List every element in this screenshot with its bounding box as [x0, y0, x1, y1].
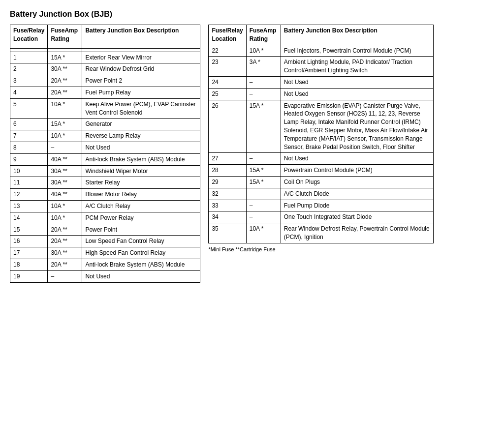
left-cell-desc: Keep Alive Power (PCM), EVAP Caninster V…	[82, 98, 200, 119]
left-cell-amp: 15A *	[48, 119, 82, 130]
left-cell-location: 9	[10, 153, 48, 165]
left-cell-amp: 10A *	[48, 212, 82, 224]
left-cell-location: 17	[10, 247, 48, 259]
left-cell-location: 8	[10, 142, 48, 153]
left-cell-location: 2	[10, 63, 48, 75]
left-cell-amp: 10A *	[48, 130, 82, 142]
left-table-row: 1130A **Starter Relay	[10, 177, 200, 189]
left-cell-location: 18	[10, 259, 48, 270]
left-cell-amp: 20A **	[48, 87, 82, 98]
right-cell-desc: One Touch Integrated Start Diode	[281, 211, 433, 223]
right-cell-amp: –	[246, 200, 281, 211]
left-table-row: 510A *Keep Alive Power (PCM), EVAP Canin…	[10, 98, 200, 119]
left-cell-location: 7	[10, 130, 48, 142]
right-cell-amp: –	[246, 211, 281, 223]
right-cell-desc: Evaporative Emission (EVAP) Canister Pur…	[281, 100, 433, 153]
right-cell-location: 28	[209, 165, 246, 177]
left-cell-amp: 20A **	[48, 236, 82, 247]
left-table-row: 1520A **Power Point	[10, 224, 200, 236]
right-cell-location: 26	[209, 100, 246, 153]
right-cell-location: 34	[209, 211, 246, 223]
right-table-row: 32–A/C Clutch Diode	[209, 188, 433, 200]
right-table-row: 24–Not Used	[209, 76, 433, 88]
footnote: *Mini Fuse **Cartridge Fuse	[208, 246, 433, 252]
right-header-amp: FuseAmp Rating	[246, 25, 281, 45]
left-cell-desc: Not Used	[82, 270, 200, 282]
right-cell-amp: –	[246, 88, 281, 100]
left-cell-desc: Blower Motor Relay	[82, 189, 200, 201]
right-cell-amp: 15A *	[246, 100, 281, 153]
left-table-row: 1820A **Anti-lock Brake System (ABS) Mod…	[10, 259, 200, 270]
left-cell-desc: Rear Window Defrost Grid	[82, 63, 200, 75]
left-header-desc: Battery Junction Box Description	[82, 25, 200, 45]
left-cell-desc: Generator	[82, 119, 200, 130]
right-table-row: 27–Not Used	[209, 153, 433, 165]
left-cell-desc: Not Used	[82, 142, 200, 153]
right-cell-location: 33	[209, 200, 246, 211]
right-table-row: 2815A *Powertrain Control Module (PCM)	[209, 165, 433, 177]
right-cell-location: 35	[209, 223, 246, 243]
left-cell-desc: High Speed Fan Control Relay	[82, 247, 200, 259]
right-cell-amp: 3A *	[246, 57, 281, 77]
left-cell-desc: A/C Clutch Relay	[82, 200, 200, 212]
right-cell-amp: –	[246, 76, 281, 88]
right-table-row: 25–Not Used	[209, 88, 433, 100]
right-cell-location: 23	[209, 57, 246, 77]
left-cell-location: 5	[10, 98, 48, 119]
left-table-row: 19–Not Used	[10, 270, 200, 282]
right-cell-amp: 10A *	[246, 223, 281, 243]
right-cell-location: 25	[209, 88, 246, 100]
left-table-row: 1310A *A/C Clutch Relay	[10, 200, 200, 212]
left-cell-amp: 10A *	[48, 200, 82, 212]
right-header-location: Fuse/Relay Location	[209, 25, 246, 45]
left-cell-location: 15	[10, 224, 48, 236]
left-cell-location: 4	[10, 87, 48, 98]
left-cell-location	[10, 45, 48, 48]
left-header-amp: FuseAmp Rating	[48, 25, 82, 45]
right-cell-location: 29	[209, 176, 246, 188]
left-cell-desc: Power Point	[82, 224, 200, 236]
right-cell-desc: Ambient Lighting Module, PAD Indicator/ …	[281, 57, 433, 77]
left-table-row: 320A **Power Point 2	[10, 75, 200, 87]
left-cell-amp: 30A **	[48, 63, 82, 75]
left-table-row: 940A **Anti-lock Brake System (ABS) Modu…	[10, 153, 200, 165]
left-cell-location: 13	[10, 200, 48, 212]
left-cell-desc: Power Point 2	[82, 75, 200, 87]
left-cell-location: 10	[10, 165, 48, 177]
right-cell-desc: Fuel Pump Diode	[281, 200, 433, 211]
right-table-row: 3510A *Rear Window Defrost Relay, Powert…	[209, 223, 433, 243]
left-table-row: 1410A *PCM Power Relay	[10, 212, 200, 224]
left-cell-location: 3	[10, 75, 48, 87]
left-table-row: 1730A **High Speed Fan Control Relay	[10, 247, 200, 259]
right-cell-amp: 15A *	[246, 165, 281, 177]
left-cell-desc: Reverse Lamp Relay	[82, 130, 200, 142]
right-cell-desc: Powertrain Control Module (PCM)	[281, 165, 433, 177]
left-table-row: 230A **Rear Window Defrost Grid	[10, 63, 200, 75]
left-table-row: 420A **Fuel Pump Relay	[10, 87, 200, 98]
left-table-row: 615A *Generator	[10, 119, 200, 130]
left-cell-location: 6	[10, 119, 48, 130]
right-header-desc: Battery Junction Box Description	[281, 25, 433, 45]
right-cell-location: 32	[209, 188, 246, 200]
right-cell-desc: Not Used	[281, 88, 433, 100]
left-cell-desc	[82, 48, 200, 52]
left-cell-amp: 40A **	[48, 189, 82, 201]
right-table-wrapper: Fuse/Relay Location FuseAmp Rating Batte…	[208, 25, 433, 252]
right-cell-location: 22	[209, 45, 246, 57]
left-cell-amp	[48, 48, 82, 52]
left-cell-location: 16	[10, 236, 48, 247]
left-cell-location: 11	[10, 177, 48, 189]
left-cell-amp: 30A **	[48, 165, 82, 177]
left-table-wrapper: Fuse/Relay Location FuseAmp Rating Batte…	[10, 25, 200, 283]
left-cell-desc: Windshield Wiper Motor	[82, 165, 200, 177]
tables-wrapper: Fuse/Relay Location FuseAmp Rating Batte…	[10, 25, 494, 283]
left-cell-amp: 20A **	[48, 259, 82, 270]
left-cell-desc: Starter Relay	[82, 177, 200, 189]
left-cell-location: 19	[10, 270, 48, 282]
right-table-row: 233A *Ambient Lighting Module, PAD Indic…	[209, 57, 433, 77]
left-cell-amp: 30A **	[48, 247, 82, 259]
left-cell-amp: 15A *	[48, 52, 82, 63]
page-title: Battery Junction Box (BJB)	[10, 10, 494, 19]
left-cell-amp	[48, 45, 82, 48]
right-cell-amp: 15A *	[246, 176, 281, 188]
